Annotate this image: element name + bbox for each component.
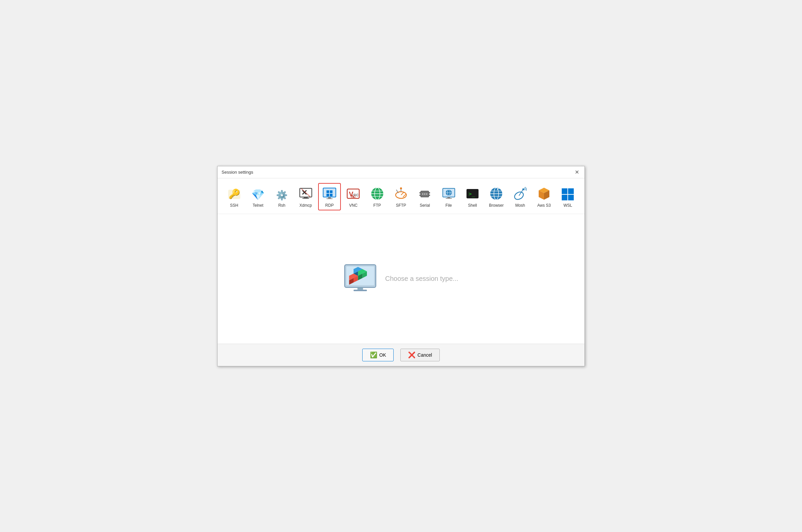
close-button[interactable]: ✕ (574, 169, 580, 175)
svg-text:💎: 💎 (251, 188, 265, 201)
svg-rect-64 (568, 195, 574, 201)
browser-icon (488, 186, 504, 202)
cancel-icon: ❌ (408, 351, 415, 359)
placeholder-illustration (343, 262, 377, 296)
ssh-icon: 🔑 (226, 186, 242, 202)
svg-rect-6 (302, 198, 309, 199)
session-type-rsh[interactable]: ⚙️ Rsh (271, 183, 293, 210)
shell-icon: >_ (465, 186, 481, 202)
svg-text:nc: nc (353, 192, 359, 197)
vnc-icon: V nc V nc (345, 186, 361, 202)
ok-button[interactable]: ✅ OK (362, 349, 394, 361)
xdmcp-icon (298, 186, 314, 202)
sftp-label: SFTP (396, 203, 406, 208)
svg-rect-34 (419, 192, 421, 193)
placeholder-text: Choose a session type... (385, 275, 458, 283)
svg-rect-63 (562, 195, 567, 201)
session-type-browser[interactable]: Browser (485, 183, 508, 210)
svg-rect-14 (330, 194, 333, 196)
placeholder-area: Choose a session type... (343, 262, 458, 296)
mosh-icon (512, 186, 528, 202)
telnet-icon: 💎 (250, 186, 266, 202)
rsh-icon: ⚙️ (274, 186, 290, 202)
svg-rect-35 (419, 195, 421, 196)
serial-icon (417, 186, 433, 202)
svg-rect-62 (568, 188, 574, 194)
ftp-icon (369, 186, 385, 202)
ftp-label: FTP (373, 203, 381, 208)
mosh-label: Mosh (515, 203, 525, 208)
shell-label: Shell (468, 203, 477, 208)
svg-rect-36 (429, 192, 430, 193)
rdp-icon (321, 186, 337, 202)
svg-line-31 (401, 192, 404, 195)
svg-point-54 (497, 189, 498, 190)
svg-rect-11 (327, 190, 329, 193)
session-type-serial[interactable]: Serial (414, 183, 436, 210)
cancel-label: Cancel (417, 352, 432, 358)
svg-text:>_: >_ (468, 191, 475, 197)
session-type-toolbar: 🔑 SSH 💎 Telnet ⚙️ Rsh (218, 178, 584, 214)
main-content-area: Choose a session type... (218, 214, 584, 344)
wsl-label: WSL (563, 203, 572, 208)
dialog-footer: ✅ OK ❌ Cancel (218, 344, 584, 366)
telnet-label: Telnet (253, 203, 263, 208)
ok-icon: ✅ (370, 351, 377, 359)
ok-label: OK (379, 352, 386, 358)
serial-label: Serial (420, 203, 430, 208)
session-type-file[interactable]: File (437, 183, 460, 210)
aws-s3-label: Aws S3 (537, 203, 551, 208)
file-label: File (445, 203, 452, 208)
svg-text:🔑: 🔑 (228, 188, 240, 200)
session-type-telnet[interactable]: 💎 Telnet (247, 183, 269, 210)
svg-point-38 (422, 193, 423, 195)
cancel-button[interactable]: ❌ Cancel (400, 349, 440, 361)
svg-rect-16 (327, 198, 333, 199)
session-type-ftp[interactable]: FTP (366, 183, 388, 210)
session-type-rdp[interactable]: RDP (318, 183, 340, 210)
svg-rect-46 (446, 198, 452, 199)
file-icon (441, 186, 457, 202)
svg-rect-76 (358, 287, 363, 289)
svg-rect-15 (328, 197, 331, 198)
session-type-shell[interactable]: >_ Shell (461, 183, 484, 210)
session-type-wsl[interactable]: WSL (557, 183, 579, 210)
svg-rect-61 (562, 188, 567, 194)
vnc-label: VNC (349, 203, 358, 208)
ssh-label: SSH (230, 203, 238, 208)
session-type-xdmcp[interactable]: Xdmcp (294, 183, 317, 210)
svg-text:V: V (349, 190, 354, 198)
svg-point-39 (424, 193, 425, 195)
rdp-label: RDP (325, 203, 334, 208)
session-type-ssh[interactable]: 🔑 SSH (223, 183, 245, 210)
xdmcp-label: Xdmcp (299, 203, 312, 208)
svg-text:⚙️: ⚙️ (276, 190, 288, 201)
svg-rect-10 (323, 188, 336, 197)
svg-rect-37 (429, 195, 430, 196)
session-type-aws-s3[interactable]: Aws S3 (533, 183, 555, 210)
svg-point-29 (400, 187, 402, 189)
session-type-sftp[interactable]: SFTP (390, 183, 412, 210)
sftp-icon (393, 186, 409, 202)
aws-s3-icon (536, 186, 552, 202)
svg-rect-77 (354, 289, 367, 291)
dialog-title: Session settings (222, 170, 253, 175)
svg-point-57 (522, 188, 524, 190)
wsl-icon (560, 186, 576, 202)
svg-line-9 (301, 188, 311, 197)
svg-rect-12 (330, 190, 333, 193)
svg-rect-13 (327, 194, 329, 196)
svg-rect-45 (447, 197, 450, 198)
svg-rect-5 (304, 197, 308, 198)
browser-label: Browser (489, 203, 504, 208)
svg-point-40 (426, 193, 427, 195)
session-type-vnc[interactable]: V nc V nc VNC (342, 183, 365, 210)
session-settings-dialog: Session settings ✕ 🔑 SSH 💎 Telnet (217, 166, 585, 366)
session-type-mosh[interactable]: Mosh (509, 183, 531, 210)
rsh-label: Rsh (278, 203, 285, 208)
title-bar: Session settings ✕ (218, 166, 584, 178)
